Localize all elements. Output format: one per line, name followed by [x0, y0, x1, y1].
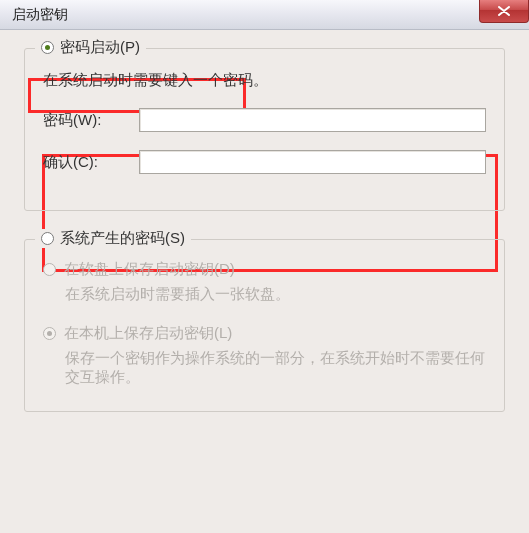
close-button[interactable]: [479, 0, 529, 23]
radio-system-password-label: 系统产生的密码(S): [60, 229, 185, 248]
group-system-password: 系统产生的密码(S) 在软盘上保存启动密钥(D) 在系统启动时需要插入一张软盘。…: [24, 239, 505, 412]
radio-icon: [41, 41, 54, 54]
radio-store-locally-label: 在本机上保存启动密钥(L): [64, 324, 232, 343]
radio-icon: [41, 232, 54, 245]
radio-store-locally[interactable]: 在本机上保存启动密钥(L): [43, 324, 486, 343]
radio-password-startup[interactable]: 密码启动(P): [35, 38, 146, 57]
local-desc: 保存一个密钥作为操作系统的一部分，在系统开始时不需要任何交互操作。: [65, 349, 486, 387]
confirm-input[interactable]: [139, 150, 486, 174]
password-row: 密码(W):: [43, 108, 486, 132]
password-label: 密码(W):: [43, 111, 139, 130]
group-password-startup: 密码启动(P) 在系统启动时需要键入一个密码。 密码(W): 确认(C):: [24, 48, 505, 211]
radio-system-password[interactable]: 系统产生的密码(S): [35, 229, 191, 248]
radio-store-on-floppy[interactable]: 在软盘上保存启动密钥(D): [43, 260, 486, 279]
title-bar: 启动密钥: [0, 0, 529, 30]
floppy-desc: 在系统启动时需要插入一张软盘。: [65, 285, 486, 304]
radio-icon: [43, 263, 56, 276]
password-input[interactable]: [139, 108, 486, 132]
confirm-row: 确认(C):: [43, 150, 486, 174]
dialog-body: 密码启动(P) 在系统启动时需要键入一个密码。 密码(W): 确认(C): 系统…: [0, 30, 529, 412]
password-startup-desc: 在系统启动时需要键入一个密码。: [43, 71, 486, 90]
window-title: 启动密钥: [12, 6, 68, 24]
close-icon: [498, 6, 510, 16]
confirm-label: 确认(C):: [43, 153, 139, 172]
radio-password-startup-label: 密码启动(P): [60, 38, 140, 57]
radio-icon: [43, 327, 56, 340]
radio-store-on-floppy-label: 在软盘上保存启动密钥(D): [64, 260, 235, 279]
